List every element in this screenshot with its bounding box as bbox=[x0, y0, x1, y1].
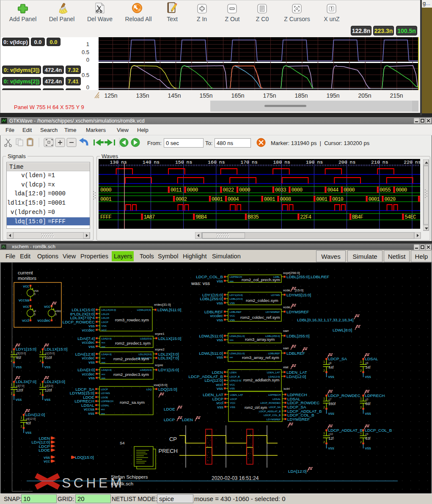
svg-text:0000: 0000 bbox=[396, 187, 407, 193]
svg-text:vss: vss bbox=[44, 364, 51, 369]
svg-text:0001: 0001 bbox=[316, 197, 327, 203]
svg-text:rom2_sa.sym: rom2_sa.sym bbox=[120, 400, 145, 405]
svg-text:170: 170 bbox=[240, 159, 249, 165]
svg-text:0: 0 bbox=[34, 313, 36, 316]
svg-text:LDWL[511:0]: LDWL[511:0] bbox=[157, 307, 182, 312]
svg-text:VSS: VSS bbox=[230, 318, 235, 321]
svg-text:LDSAL: LDSAL bbox=[272, 397, 281, 400]
svg-text:200: 200 bbox=[338, 159, 347, 165]
svg-text:vss: vss bbox=[365, 374, 371, 379]
svg-text:280f: 280f bbox=[329, 402, 336, 406]
svg-text:xcde: xcde bbox=[283, 305, 290, 309]
svg-text:LDL2X: LDL2X bbox=[102, 312, 110, 315]
svg-text:LDL1X[15:0]: LDL1X[15:0] bbox=[44, 347, 68, 351]
svg-text:LDOE: LDOE bbox=[164, 407, 175, 411]
svg-text:LDQ: LDQ bbox=[146, 388, 152, 391]
svg-text:S4: S4 bbox=[120, 441, 125, 445]
svg-text:LDOE: LDOE bbox=[39, 448, 50, 452]
svg-text:63f: 63f bbox=[366, 436, 371, 441]
svg-text:vss: vss bbox=[88, 375, 95, 380]
svg-text:140: 140 bbox=[143, 159, 151, 165]
svg-text:LDCP_ADDLAT_B: LDCP_ADDLAT_B bbox=[259, 410, 281, 413]
svg-text:vcc: vcc bbox=[23, 284, 29, 288]
svg-text:0002: 0002 bbox=[176, 197, 187, 203]
svg-text:LDCP_B: LDCP_B bbox=[230, 375, 240, 378]
svg-text:vsr: vsr bbox=[230, 356, 233, 359]
svg-text:12f: 12f bbox=[329, 436, 334, 441]
svg-text:VCC: VCC bbox=[230, 383, 236, 386]
svg-text:rom2_addlatch.sym: rom2_addlatch.sym bbox=[243, 378, 280, 382]
svg-text:xcde: xcde bbox=[283, 288, 290, 292]
svg-text:ns: ns bbox=[284, 159, 290, 165]
svg-text:LDY1[15:0]: LDY1[15:0] bbox=[16, 347, 36, 351]
svg-text:rom2_coldec_ref.sym: rom2_coldec_ref.sym bbox=[240, 315, 280, 320]
svg-text:0001: 0001 bbox=[100, 197, 112, 203]
svg-text:66f: 66f bbox=[366, 402, 371, 406]
svg-text:c8: c8 bbox=[329, 362, 332, 364]
svg-text:LDL1X[15:0]: LDL1X[15:0] bbox=[102, 308, 116, 311]
svg-text:2: 2 bbox=[21, 425, 22, 428]
svg-text:2: 2 bbox=[11, 392, 13, 395]
svg-text:c5[15:0]: c5[15:0] bbox=[16, 352, 26, 355]
svg-text:c4[12:0]: c4[12:0] bbox=[26, 417, 36, 421]
svg-text:LDCP: LDCP bbox=[164, 417, 175, 422]
svg-text:ns: ns bbox=[317, 159, 323, 165]
svg-text:45f: 45f bbox=[16, 356, 21, 360]
svg-text:LDCP: LDCP bbox=[101, 388, 108, 391]
svg-text:LDL3X[7:0]: LDL3X[7:0] bbox=[158, 356, 179, 360]
svg-text:LDSAL: LDSAL bbox=[365, 356, 379, 361]
svg-text:2: 2 bbox=[360, 441, 362, 444]
svg-text:c7: c7 bbox=[329, 398, 332, 401]
svg-text:0044: 0044 bbox=[327, 187, 338, 193]
svg-text:rom3_array_ref.sym: rom3_array_ref.sym bbox=[242, 355, 279, 360]
svg-text:vsa: vsa bbox=[34, 289, 39, 292]
svg-text:2: 2 bbox=[323, 441, 325, 444]
svg-text:vcc: vcc bbox=[102, 356, 105, 359]
svg-text:LDL2X[3:0]: LDL2X[3:0] bbox=[139, 353, 152, 356]
svg-text:1A87: 1A87 bbox=[144, 214, 155, 220]
svg-text:LDPRECH: LDPRECH bbox=[365, 393, 385, 398]
svg-text:vss: vss bbox=[365, 411, 371, 416]
svg-text:xrdec[31:0]: xrdec[31:0] bbox=[154, 303, 171, 307]
svg-text:rom2_predec3.sym: rom2_predec3.sym bbox=[113, 372, 149, 377]
svg-text:c9: c9 bbox=[366, 433, 369, 436]
svg-text:LDYMS: LDYMS bbox=[101, 392, 110, 394]
svg-text:LDA[12:0]: LDA[12:0] bbox=[288, 469, 307, 474]
svg-text:vss: vss bbox=[102, 345, 105, 348]
svg-text:vss: vss bbox=[365, 446, 371, 450]
svg-text:vccsa: vccsa bbox=[19, 298, 30, 302]
svg-text:LDPRECH: LDPRECH bbox=[101, 400, 114, 403]
svg-text:210f: 210f bbox=[45, 356, 52, 360]
svg-text:vss: vss bbox=[16, 397, 22, 402]
svg-text:VSS: VSS bbox=[102, 324, 107, 327]
svg-text:xcpr[256:0]: xcpr[256:0] bbox=[283, 271, 300, 275]
svg-text:0000: 0000 bbox=[292, 187, 303, 193]
svg-text:LDA[3:0]: LDA[3:0] bbox=[102, 368, 112, 371]
svg-text:vss: vss bbox=[328, 411, 335, 416]
svg-text:was: vss: was: vss bbox=[191, 281, 210, 286]
svg-text:rom2_coldec.sym: rom2_coldec.sym bbox=[246, 298, 278, 303]
svg-text:1: 1 bbox=[11, 351, 13, 353]
svg-text:2020-02-03 16:51:24: 2020-02-03 16:51:24 bbox=[212, 475, 259, 481]
svg-text:LDA[12:0]: LDA[12:0] bbox=[230, 379, 242, 382]
svg-text:2: 2 bbox=[323, 369, 325, 372]
svg-text:1: 1 bbox=[323, 432, 325, 435]
svg-text:vss: vss bbox=[230, 279, 234, 282]
svg-text:LDCP: LDCP bbox=[102, 320, 109, 323]
svg-text:vdec: vdec bbox=[55, 310, 61, 312]
svg-text:LDEN: LDEN bbox=[182, 417, 193, 422]
svg-text:LDL3X: LDL3X bbox=[102, 316, 110, 319]
svg-text:LDEN_LAT: LDEN_LAT bbox=[230, 393, 243, 396]
svg-text:vss: vss bbox=[25, 430, 32, 435]
svg-text:B835: B835 bbox=[248, 214, 259, 220]
svg-text:0011: 0011 bbox=[171, 187, 182, 193]
svg-text:190: 190 bbox=[306, 159, 315, 165]
svg-text:1: 1 bbox=[323, 360, 325, 363]
svg-text:LDYMS: LDYMS bbox=[271, 293, 280, 296]
svg-text:[15:0]: [15:0] bbox=[295, 288, 303, 292]
svg-text:vss: vss bbox=[102, 361, 105, 364]
svg-text:1: 1 bbox=[11, 383, 13, 386]
svg-text:LDQ[15:0]: LDQ[15:0] bbox=[158, 387, 177, 392]
svg-text:0020: 0020 bbox=[385, 197, 396, 203]
svg-text:rom3_rowdec.sym: rom3_rowdec.sym bbox=[115, 318, 149, 322]
